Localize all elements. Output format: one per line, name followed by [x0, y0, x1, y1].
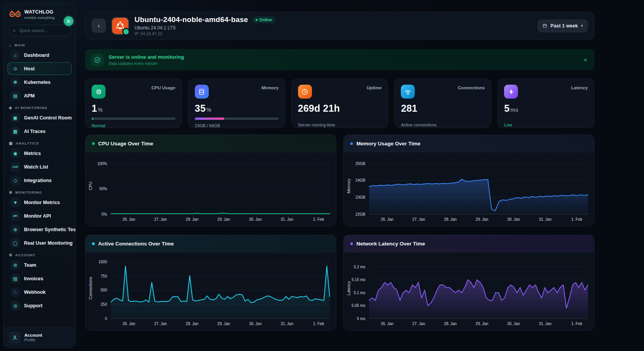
svg-text:22GB: 22GB: [355, 212, 365, 216]
sidebar-nav: ⌂MAIN⌂Dashboard⊙Host☸Kubernetes▤APM◈AI M…: [3, 39, 75, 327]
connections-chart-plot: 0250500750100026. Jan27. Jan28. Jan29. J…: [85, 252, 336, 330]
invoices-icon: ▤: [10, 274, 20, 283]
account-footer[interactable]: Account Profile: [3, 327, 75, 348]
account-subtitle: Profile: [24, 338, 42, 342]
sidebar-item-watch-list[interactable]: LOGWatch List: [7, 160, 72, 173]
wifi-icon: [401, 85, 415, 99]
chart-title: CPU Usage Over Time: [98, 141, 153, 147]
support-icon: ◎: [10, 301, 20, 310]
sidebar-item-webhook[interactable]: ∴Webhook: [7, 286, 72, 298]
svg-text:Memory: Memory: [346, 178, 351, 193]
stats-row: CPU Usage 1% Normal Memory 35% 23GB / 66…: [85, 78, 595, 128]
sidebar-item-browser-synthetic-test[interactable]: ⊕Browser Synthetic Test: [7, 223, 72, 236]
svg-text:5.05 ms: 5.05 ms: [351, 303, 365, 308]
stat-label: Memory: [261, 85, 278, 90]
lightning-bolt-icon: [504, 85, 518, 99]
logo-subtitle: monitor everything: [24, 15, 55, 20]
sidebar-item-kubernetes[interactable]: ☸Kubernetes: [7, 76, 72, 89]
blue-dot-icon: [350, 142, 353, 145]
connections-chart-card: Active Connections Over Time 02505007501…: [85, 235, 336, 331]
check-circle-icon: [91, 53, 104, 66]
svg-text:1. Feb: 1. Feb: [313, 322, 324, 326]
metrics-icon: ◉: [10, 148, 20, 158]
charts-grid: CPU Usage Over Time 0%50%100%26. Jan27. …: [85, 135, 595, 331]
svg-text:5.2 ms: 5.2 ms: [354, 265, 365, 269]
search-input[interactable]: [19, 28, 66, 33]
time-range-button[interactable]: Past 1 week ▾: [537, 19, 588, 32]
online-status-badge: Online: [252, 16, 276, 23]
memory-card: Memory 35% 23GB / 66GB: [188, 78, 285, 128]
sidebar-item-ai-traces[interactable]: ▦AI Traces: [7, 125, 72, 138]
status-dot-icon: [256, 19, 257, 21]
svg-text:29. Jan: 29. Jan: [217, 217, 230, 222]
sidebar-item-dashboard[interactable]: ⌂Dashboard: [7, 49, 72, 61]
nav-section-main: ⌂MAIN: [9, 43, 70, 47]
sidebar-collapse-button[interactable]: [64, 16, 73, 26]
svg-text:250: 250: [101, 302, 107, 307]
svg-text:26. Jan: 26. Jan: [123, 322, 135, 326]
main-content: ‹ Ubuntu-2404-noble-amd64-base Online Ub…: [85, 0, 595, 331]
svg-text:26. Jan: 26. Jan: [123, 217, 135, 222]
ubuntu-logo: [111, 17, 129, 35]
user-icon: [9, 332, 20, 343]
clock-icon: [298, 85, 312, 99]
chart-title: Active Connections Over Time: [98, 241, 174, 247]
sidebar-item-integrations[interactable]: ◇Integrations: [7, 174, 72, 187]
sidebar-item-apm[interactable]: ▤APM: [7, 89, 72, 102]
purple-dot-icon: [350, 242, 353, 245]
genai-control-room-icon: ▣: [10, 113, 20, 123]
sidebar-item-host[interactable]: ⊙Host: [7, 62, 72, 75]
svg-text:31. Jan: 31. Jan: [539, 322, 552, 326]
webhook-icon: ∴: [10, 287, 20, 297]
banner-title: Server is online and monitoring: [109, 54, 184, 60]
search-box[interactable]: [8, 25, 71, 36]
memory-chart-plot: 22GB23GB24GB25GB26. Jan27. Jan28. Jan29.…: [344, 152, 594, 226]
svg-text:27. Jan: 27. Jan: [412, 322, 425, 326]
svg-text:1. Feb: 1. Feb: [571, 217, 583, 222]
nav-section-analytics: ▦ANALYTICS: [9, 141, 70, 145]
browser-synthetic-test-icon: ⊕: [10, 225, 20, 234]
svg-text:29. Jan: 29. Jan: [217, 322, 230, 326]
chart-title: Network Latency Over Time: [356, 241, 425, 247]
sidebar-item-real-user-monitoring[interactable]: ▢Real User Monitoring: [7, 237, 72, 249]
svg-text:27. Jan: 27. Jan: [154, 322, 167, 326]
latency-card: Latency 5ms Low: [497, 78, 595, 128]
sidebar-item-monitor-metrics[interactable]: ♥Monitor Metrics: [7, 196, 72, 209]
sidebar: WATCHLOG monitor everything ⌂MAIN⌂Dashbo…: [3, 3, 76, 348]
back-button[interactable]: ‹: [92, 19, 106, 33]
sidebar-item-support[interactable]: ◎Support: [7, 299, 72, 312]
sidebar-item-team[interactable]: ⊚Team: [7, 259, 72, 271]
memory-value: 35%: [195, 103, 279, 114]
svg-text:26. Jan: 26. Jan: [381, 322, 394, 326]
server-online-dot: [122, 28, 130, 36]
connections-card: Connections 281 Active connections: [394, 78, 491, 128]
svg-text:24GB: 24GB: [355, 178, 365, 182]
database-icon: [195, 85, 209, 99]
logo-row: WATCHLOG monitor everything: [3, 3, 75, 23]
svg-text:30. Jan: 30. Jan: [507, 217, 520, 222]
sidebar-item-metrics[interactable]: ◉Metrics: [7, 147, 72, 160]
menu-icon: [66, 19, 72, 24]
sidebar-item-invoices[interactable]: ▤Invoices: [7, 272, 72, 285]
svg-text:26. Jan: 26. Jan: [381, 217, 394, 222]
svg-text:50%: 50%: [99, 187, 107, 191]
svg-text:Connections: Connections: [88, 277, 93, 299]
svg-text:23GB: 23GB: [355, 195, 365, 199]
server-title: Ubuntu-2404-noble-amd64-base: [135, 15, 248, 24]
main-section-icon: ⌂: [9, 43, 12, 47]
connections-detail-text: Active connections: [401, 123, 485, 127]
chart-title: Memory Usage Over Time: [356, 141, 421, 147]
banner-close-icon[interactable]: ×: [582, 55, 589, 65]
status-banner: Server is online and monitoring Data upd…: [85, 49, 595, 70]
watch-list-icon: LOG: [10, 162, 20, 172]
dashboard-icon: ⌂: [10, 50, 20, 60]
svg-text:31. Jan: 31. Jan: [281, 322, 293, 326]
latency-status-text: Low: [504, 123, 588, 127]
latency-chart-card: Network Latency Over Time 5 ms5.05 ms5.1…: [343, 235, 595, 331]
logo-title: WATCHLOG: [24, 9, 55, 15]
nav-section-monitoring: ⊛MONITORING: [9, 190, 70, 194]
sidebar-item-monitor-api[interactable]: APIMonitor API: [7, 210, 72, 222]
stat-label: Latency: [571, 85, 588, 90]
sidebar-item-genai-control-room[interactable]: ▣GenAI Control Room: [7, 111, 72, 124]
memory-chart-card: Memory Usage Over Time 22GB23GB24GB25GB2…: [343, 135, 595, 226]
